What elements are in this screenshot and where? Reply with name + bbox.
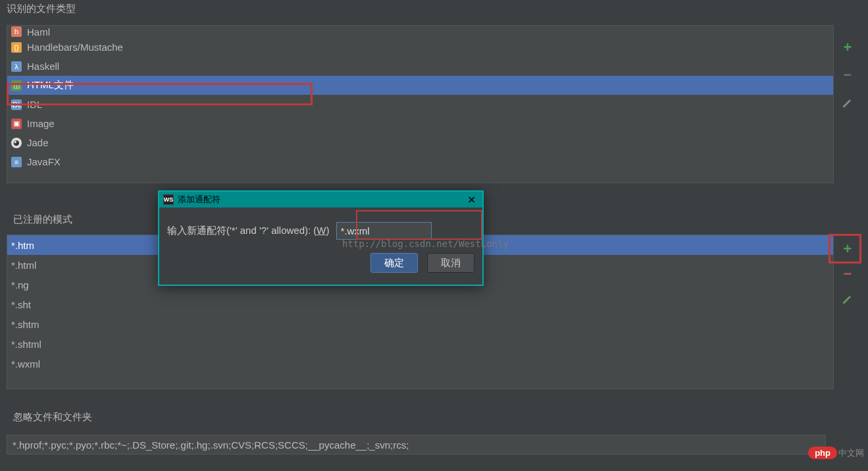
- file-icon-idl: iDL: [11, 99, 22, 110]
- pencil-icon: [842, 97, 854, 109]
- registered-patterns-label: 已注册的模式: [7, 211, 79, 229]
- file-types-toolbar: + −: [834, 25, 861, 183]
- file-icon-haml: h: [11, 26, 22, 37]
- file-icon-javafx: ≡: [11, 157, 22, 167]
- file-type-row[interactable]: ▣Image: [7, 114, 833, 133]
- add-pattern-button[interactable]: +: [840, 241, 855, 257]
- pencil-icon: [842, 293, 854, 305]
- site-badge: php 中文网: [808, 447, 864, 459]
- file-type-label: Image: [27, 118, 55, 129]
- file-icon-handlebars: {}: [11, 42, 22, 53]
- edit-pattern-button[interactable]: [840, 291, 855, 307]
- file-icon-html: ◫: [11, 80, 22, 91]
- file-type-row[interactable]: hHaml: [7, 26, 833, 38]
- file-type-label: JavaFX: [27, 156, 61, 167]
- file-type-label: IDL: [27, 99, 42, 110]
- file-type-row[interactable]: ≡JavaFX: [7, 152, 833, 171]
- file-type-label: Handlebars/Mustache: [27, 42, 123, 53]
- file-type-row[interactable]: ◕Jade: [7, 133, 833, 152]
- file-icon-haskell: λ: [11, 61, 22, 72]
- remove-file-type-button[interactable]: −: [840, 67, 855, 83]
- ok-button[interactable]: 确定: [370, 253, 418, 273]
- file-type-row[interactable]: iDLIDL: [7, 95, 833, 114]
- file-type-row[interactable]: λHaskell: [7, 57, 833, 76]
- file-types-panel: hHaml {}Handlebars/Mustache λHaskell ◫HT…: [7, 25, 861, 183]
- file-type-row[interactable]: {}Handlebars/Mustache: [7, 38, 833, 57]
- file-icon-jade: ◕: [11, 138, 22, 148]
- pattern-row[interactable]: *.wxml: [7, 354, 833, 374]
- cancel-button[interactable]: 取消: [427, 253, 474, 273]
- patterns-toolbar: + −: [834, 235, 861, 389]
- dialog-title: 添加通配符: [178, 194, 220, 206]
- file-type-label: Haskell: [27, 61, 59, 72]
- file-type-label: Haml: [27, 26, 50, 38]
- edit-file-type-button[interactable]: [840, 95, 855, 111]
- dialog-titlebar[interactable]: WS 添加通配符 ✕: [159, 192, 482, 208]
- ignore-files-label: 忽略文件和文件夹: [7, 408, 99, 426]
- wildcard-input-label: 输入新通配符('*' and '?' allowed): (W): [167, 225, 330, 237]
- file-type-label: Jade: [27, 137, 49, 148]
- wildcard-input[interactable]: [336, 222, 432, 240]
- app-logo-icon: WS: [163, 194, 174, 205]
- file-type-label: HTML文件: [27, 79, 74, 92]
- recognized-file-types-label: 识别的文件类型: [0, 0, 868, 18]
- ignore-files-input[interactable]: [7, 435, 826, 455]
- pattern-row[interactable]: *.shtml: [7, 334, 833, 354]
- pattern-row[interactable]: *.sht: [7, 294, 833, 314]
- file-icon-image: ▣: [11, 119, 22, 129]
- brand-pill: php: [808, 447, 837, 459]
- add-wildcard-dialog: WS 添加通配符 ✕ 输入新通配符('*' and '?' allowed): …: [158, 190, 484, 286]
- close-icon[interactable]: ✕: [465, 194, 478, 206]
- file-types-list[interactable]: hHaml {}Handlebars/Mustache λHaskell ◫HT…: [7, 25, 834, 183]
- remove-pattern-button[interactable]: −: [840, 266, 855, 282]
- add-file-type-button[interactable]: +: [840, 40, 855, 55]
- file-type-row-selected[interactable]: ◫HTML文件: [7, 76, 833, 95]
- brand-text: 中文网: [838, 447, 864, 459]
- pattern-row[interactable]: *.shtm: [7, 314, 833, 334]
